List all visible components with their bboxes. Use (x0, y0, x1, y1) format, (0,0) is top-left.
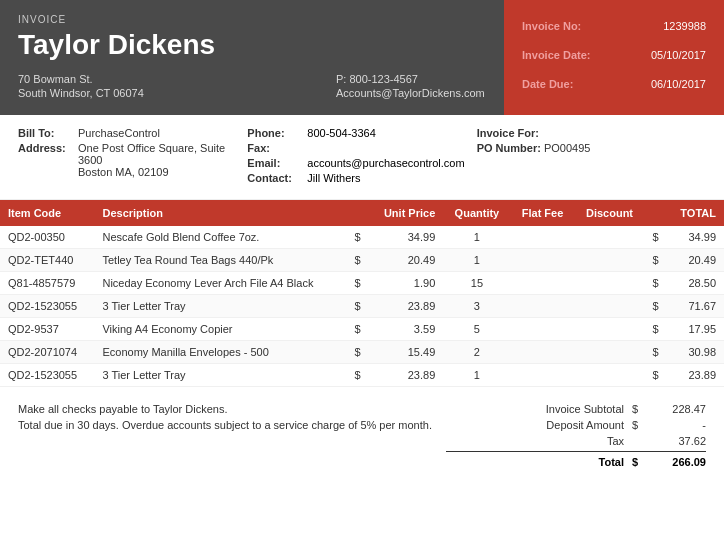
cell-flat-fee (511, 364, 575, 387)
deposit-row: Deposit Amount $ - (446, 419, 706, 431)
total-value: 266.09 (646, 456, 706, 468)
tax-label: Tax (502, 435, 632, 447)
table-row: QD2-9537 Viking A4 Economy Copier $ 3.59… (0, 318, 724, 341)
invoice-label: INVOICE (18, 14, 306, 25)
cell-unit-price-dollar: $ (346, 226, 368, 249)
col-item-code: Item Code (0, 200, 94, 226)
address-line1: 70 Bowman St. (18, 73, 306, 85)
po-number: PO Number: PO00495 (477, 142, 706, 154)
cell-total-dollar: $ (644, 249, 666, 272)
cell-item-code: Q81-4857579 (0, 272, 94, 295)
cell-quantity: 1 (443, 226, 510, 249)
cell-unit-price-dollar: $ (346, 295, 368, 318)
note1: Make all checks payable to Taylor Dicken… (18, 403, 446, 415)
bill-to-value: PurchaseControl (78, 127, 160, 139)
invoice-date-field: Invoice Date: 05/10/2017 (522, 49, 706, 61)
deposit-value: - (646, 419, 706, 431)
address-line2: Boston MA, 02109 (78, 166, 169, 178)
cell-quantity: 15 (443, 272, 510, 295)
cell-unit-price: 3.59 (369, 318, 444, 341)
address-line1: One Post Office Square, Suite 3600 (78, 142, 225, 166)
cell-unit-price: 15.49 (369, 341, 444, 364)
cell-total: 71.67 (667, 295, 724, 318)
cell-total: 30.98 (667, 341, 724, 364)
cell-discount (574, 249, 644, 272)
cell-unit-price: 23.89 (369, 364, 444, 387)
cell-discount (574, 341, 644, 364)
email-label: Email: (247, 157, 307, 169)
cell-description: 3 Tier Letter Tray (94, 364, 346, 387)
cell-description: 3 Tier Letter Tray (94, 295, 346, 318)
cell-total-dollar: $ (644, 364, 666, 387)
cell-item-code: QD2-2071074 (0, 341, 94, 364)
phone-row: Phone: 800-504-3364 (247, 127, 476, 139)
header-left: INVOICE Taylor Dickens 70 Bowman St. Sou… (0, 0, 324, 115)
tax-value: 37.62 (646, 435, 706, 447)
summary-totals: Invoice Subtotal $ 228.47 Deposit Amount… (446, 403, 706, 472)
cell-discount (574, 272, 644, 295)
cell-unit-price-dollar: $ (346, 364, 368, 387)
tax-row: Tax 37.62 (446, 435, 706, 447)
table-row: QD2-2071074 Economy Manilla Envelopes - … (0, 341, 724, 364)
invoice-no-field: Invoice No: 1239988 (522, 20, 706, 32)
note2: Total due in 30 days. Overdue accounts s… (18, 419, 446, 431)
cell-total: 23.89 (667, 364, 724, 387)
subtotal-value: 228.47 (646, 403, 706, 415)
subtotal-label: Invoice Subtotal (502, 403, 632, 415)
cell-discount (574, 295, 644, 318)
cell-quantity: 3 (443, 295, 510, 318)
total-dollar: $ (632, 456, 646, 468)
cell-description: Tetley Tea Round Tea Bags 440/Pk (94, 249, 346, 272)
header-email: Accounts@TaylorDickens.com (336, 87, 492, 99)
cell-description: Niceday Economy Lever Arch File A4 Black (94, 272, 346, 295)
invoice-header: INVOICE Taylor Dickens 70 Bowman St. Sou… (0, 0, 724, 115)
table-header-row: Item Code Description Unit Price Quantit… (0, 200, 724, 226)
cell-quantity: 5 (443, 318, 510, 341)
po-label: PO Number: (477, 142, 541, 154)
cell-unit-price: 34.99 (369, 226, 444, 249)
cell-flat-fee (511, 249, 575, 272)
bill-to-label: Bill To: (18, 127, 78, 139)
phone-value: 800-504-3364 (307, 127, 376, 139)
cell-unit-price: 23.89 (369, 295, 444, 318)
address-row: Address: One Post Office Square, Suite 3… (18, 142, 247, 178)
cell-flat-fee (511, 272, 575, 295)
date-due-value: 06/10/2017 (651, 78, 706, 90)
cell-unit-price: 20.49 (369, 249, 444, 272)
table-row: QD2-TET440 Tetley Tea Round Tea Bags 440… (0, 249, 724, 272)
cell-unit-price-dollar: $ (346, 318, 368, 341)
total-label: Total (502, 456, 632, 468)
cell-total-dollar: $ (644, 318, 666, 341)
deposit-dollar: $ (632, 419, 646, 431)
date-due-field: Date Due: 06/10/2017 (522, 78, 706, 90)
cell-quantity: 1 (443, 364, 510, 387)
col-discount: Discount (574, 200, 644, 226)
deposit-label: Deposit Amount (502, 419, 632, 431)
contact-label: Contact: (247, 172, 307, 184)
fax-label: Fax: (247, 142, 307, 154)
city-state-zip: South Windsor, CT 06074 (18, 87, 306, 99)
cell-total-dollar: $ (644, 226, 666, 249)
cell-item-code: QD2-TET440 (0, 249, 94, 272)
total-row: Total $ 266.09 (446, 451, 706, 468)
cell-discount (574, 226, 644, 249)
cell-discount (574, 318, 644, 341)
cell-description: Viking A4 Economy Copier (94, 318, 346, 341)
cell-total: 34.99 (667, 226, 724, 249)
cell-item-code: QD2-9537 (0, 318, 94, 341)
col-unit-price-dollar (346, 200, 368, 226)
cell-unit-price: 1.90 (369, 272, 444, 295)
col-total-dollar (644, 200, 666, 226)
cell-item-code: QD2-1523055 (0, 295, 94, 318)
col-quantity: Quantity (443, 200, 510, 226)
invoice-no-label: Invoice No: (522, 20, 581, 32)
po-value: PO00495 (544, 142, 590, 154)
subtotal-row: Invoice Subtotal $ 228.47 (446, 403, 706, 415)
cell-unit-price-dollar: $ (346, 272, 368, 295)
cell-discount (574, 364, 644, 387)
table-row: QD2-1523055 3 Tier Letter Tray $ 23.89 1… (0, 364, 724, 387)
invoice-for-block: Invoice For: PO Number: PO00495 (477, 127, 706, 187)
contact-block: Phone: 800-504-3364 Fax: Email: accounts… (247, 127, 476, 187)
cell-total-dollar: $ (644, 341, 666, 364)
summary-notes: Make all checks payable to Taylor Dicken… (18, 403, 446, 472)
